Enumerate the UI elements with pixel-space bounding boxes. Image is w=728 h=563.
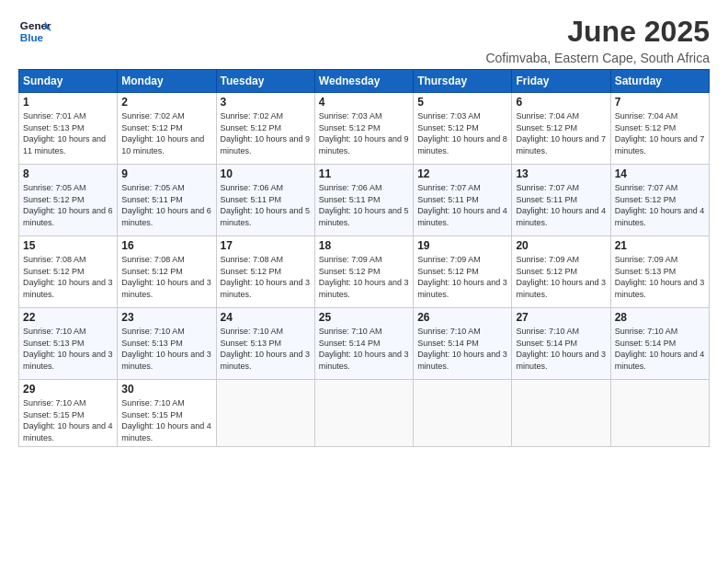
table-row: 6Sunrise: 7:04 AM Sunset: 5:12 PM Daylig… xyxy=(512,93,610,165)
day-info: Sunrise: 7:04 AM Sunset: 5:12 PM Dayligh… xyxy=(615,110,705,156)
day-number: 7 xyxy=(615,96,705,109)
subtitle: Cofimvaba, Eastern Cape, South Africa xyxy=(485,51,710,65)
day-info: Sunrise: 7:08 AM Sunset: 5:12 PM Dayligh… xyxy=(121,254,211,300)
logo: General Blue xyxy=(18,15,51,48)
day-info: Sunrise: 7:03 AM Sunset: 5:12 PM Dayligh… xyxy=(417,110,507,156)
table-row: 18Sunrise: 7:09 AM Sunset: 5:12 PM Dayli… xyxy=(314,236,413,308)
day-info: Sunrise: 7:08 AM Sunset: 5:12 PM Dayligh… xyxy=(221,254,311,300)
table-row xyxy=(610,380,709,447)
table-row: 14Sunrise: 7:07 AM Sunset: 5:12 PM Dayli… xyxy=(610,165,709,236)
day-number: 27 xyxy=(516,311,606,324)
day-header-wednesday: Wednesday xyxy=(314,70,413,93)
day-number: 13 xyxy=(516,167,606,180)
day-number: 23 xyxy=(121,311,211,324)
day-info: Sunrise: 7:05 AM Sunset: 5:11 PM Dayligh… xyxy=(121,182,211,228)
day-info: Sunrise: 7:09 AM Sunset: 5:13 PM Dayligh… xyxy=(615,254,705,300)
day-header-friday: Friday xyxy=(512,70,610,93)
day-number: 3 xyxy=(221,96,311,109)
day-info: Sunrise: 7:10 AM Sunset: 5:13 PM Dayligh… xyxy=(23,326,113,372)
day-number: 20 xyxy=(516,239,606,252)
day-number: 22 xyxy=(23,311,113,324)
day-info: Sunrise: 7:10 AM Sunset: 5:14 PM Dayligh… xyxy=(615,326,705,372)
table-row: 29Sunrise: 7:10 AM Sunset: 5:15 PM Dayli… xyxy=(19,380,118,447)
day-number: 21 xyxy=(615,239,705,252)
table-row: 11Sunrise: 7:06 AM Sunset: 5:11 PM Dayli… xyxy=(314,165,413,236)
table-row: 22Sunrise: 7:10 AM Sunset: 5:13 PM Dayli… xyxy=(19,308,118,380)
table-row: 28Sunrise: 7:10 AM Sunset: 5:14 PM Dayli… xyxy=(610,308,709,380)
day-info: Sunrise: 7:01 AM Sunset: 5:13 PM Dayligh… xyxy=(23,110,113,156)
table-row: 4Sunrise: 7:03 AM Sunset: 5:12 PM Daylig… xyxy=(314,93,413,165)
svg-text:Blue: Blue xyxy=(20,31,44,43)
title-block: June 2025 Cofimvaba, Eastern Cape, South… xyxy=(485,15,710,65)
day-info: Sunrise: 7:06 AM Sunset: 5:11 PM Dayligh… xyxy=(221,182,311,228)
table-row: 9Sunrise: 7:05 AM Sunset: 5:11 PM Daylig… xyxy=(118,165,216,236)
day-header-sunday: Sunday xyxy=(19,70,118,93)
day-info: Sunrise: 7:09 AM Sunset: 5:12 PM Dayligh… xyxy=(417,254,507,300)
day-info: Sunrise: 7:08 AM Sunset: 5:12 PM Dayligh… xyxy=(23,254,113,300)
day-number: 6 xyxy=(516,96,606,109)
table-row xyxy=(414,380,512,447)
day-number: 12 xyxy=(417,167,507,180)
day-info: Sunrise: 7:05 AM Sunset: 5:12 PM Dayligh… xyxy=(23,182,113,228)
day-number: 18 xyxy=(319,239,409,252)
day-info: Sunrise: 7:10 AM Sunset: 5:13 PM Dayligh… xyxy=(121,326,211,372)
table-row: 17Sunrise: 7:08 AM Sunset: 5:12 PM Dayli… xyxy=(216,236,314,308)
day-number: 19 xyxy=(417,239,507,252)
day-info: Sunrise: 7:10 AM Sunset: 5:15 PM Dayligh… xyxy=(121,397,211,443)
day-info: Sunrise: 7:07 AM Sunset: 5:11 PM Dayligh… xyxy=(417,182,507,228)
table-row: 23Sunrise: 7:10 AM Sunset: 5:13 PM Dayli… xyxy=(118,308,216,380)
day-header-saturday: Saturday xyxy=(610,70,709,93)
day-info: Sunrise: 7:10 AM Sunset: 5:14 PM Dayligh… xyxy=(417,326,507,372)
day-header-monday: Monday xyxy=(118,70,216,93)
day-number: 11 xyxy=(319,167,409,180)
day-number: 5 xyxy=(417,96,507,109)
day-number: 1 xyxy=(23,96,113,109)
day-number: 29 xyxy=(23,383,113,396)
day-number: 28 xyxy=(615,311,705,324)
logo-icon: General Blue xyxy=(18,15,51,48)
day-number: 10 xyxy=(221,167,311,180)
day-info: Sunrise: 7:02 AM Sunset: 5:12 PM Dayligh… xyxy=(221,110,311,156)
day-number: 16 xyxy=(121,239,211,252)
day-info: Sunrise: 7:10 AM Sunset: 5:15 PM Dayligh… xyxy=(23,397,113,443)
table-row: 24Sunrise: 7:10 AM Sunset: 5:13 PM Dayli… xyxy=(216,308,314,380)
table-row: 26Sunrise: 7:10 AM Sunset: 5:14 PM Dayli… xyxy=(414,308,512,380)
day-info: Sunrise: 7:10 AM Sunset: 5:13 PM Dayligh… xyxy=(221,326,311,372)
table-row: 21Sunrise: 7:09 AM Sunset: 5:13 PM Dayli… xyxy=(610,236,709,308)
day-number: 25 xyxy=(319,311,409,324)
day-number: 26 xyxy=(417,311,507,324)
table-row: 1Sunrise: 7:01 AM Sunset: 5:13 PM Daylig… xyxy=(19,93,118,165)
table-row: 27Sunrise: 7:10 AM Sunset: 5:14 PM Dayli… xyxy=(512,308,610,380)
table-row: 12Sunrise: 7:07 AM Sunset: 5:11 PM Dayli… xyxy=(414,165,512,236)
table-row: 5Sunrise: 7:03 AM Sunset: 5:12 PM Daylig… xyxy=(414,93,512,165)
day-info: Sunrise: 7:04 AM Sunset: 5:12 PM Dayligh… xyxy=(516,110,606,156)
table-row: 25Sunrise: 7:10 AM Sunset: 5:14 PM Dayli… xyxy=(314,308,413,380)
day-info: Sunrise: 7:10 AM Sunset: 5:14 PM Dayligh… xyxy=(516,326,606,372)
table-row: 8Sunrise: 7:05 AM Sunset: 5:12 PM Daylig… xyxy=(19,165,118,236)
table-row xyxy=(314,380,413,447)
day-number: 15 xyxy=(23,239,113,252)
day-number: 30 xyxy=(121,383,211,396)
day-info: Sunrise: 7:07 AM Sunset: 5:12 PM Dayligh… xyxy=(615,182,705,228)
day-info: Sunrise: 7:02 AM Sunset: 5:12 PM Dayligh… xyxy=(121,110,211,156)
table-row: 20Sunrise: 7:09 AM Sunset: 5:12 PM Dayli… xyxy=(512,236,610,308)
table-row: 10Sunrise: 7:06 AM Sunset: 5:11 PM Dayli… xyxy=(216,165,314,236)
day-info: Sunrise: 7:09 AM Sunset: 5:12 PM Dayligh… xyxy=(319,254,409,300)
day-info: Sunrise: 7:07 AM Sunset: 5:11 PM Dayligh… xyxy=(516,182,606,228)
table-row: 15Sunrise: 7:08 AM Sunset: 5:12 PM Dayli… xyxy=(19,236,118,308)
day-info: Sunrise: 7:03 AM Sunset: 5:12 PM Dayligh… xyxy=(319,110,409,156)
day-number: 14 xyxy=(615,167,705,180)
table-row: 2Sunrise: 7:02 AM Sunset: 5:12 PM Daylig… xyxy=(118,93,216,165)
day-number: 2 xyxy=(121,96,211,109)
table-row xyxy=(216,380,314,447)
day-number: 4 xyxy=(319,96,409,109)
day-info: Sunrise: 7:10 AM Sunset: 5:14 PM Dayligh… xyxy=(319,326,409,372)
main-title: June 2025 xyxy=(485,15,710,49)
table-row: 30Sunrise: 7:10 AM Sunset: 5:15 PM Dayli… xyxy=(118,380,216,447)
day-header-thursday: Thursday xyxy=(414,70,512,93)
table-row: 3Sunrise: 7:02 AM Sunset: 5:12 PM Daylig… xyxy=(216,93,314,165)
day-info: Sunrise: 7:06 AM Sunset: 5:11 PM Dayligh… xyxy=(319,182,409,228)
table-row: 7Sunrise: 7:04 AM Sunset: 5:12 PM Daylig… xyxy=(610,93,709,165)
day-number: 17 xyxy=(221,239,311,252)
day-number: 8 xyxy=(23,167,113,180)
